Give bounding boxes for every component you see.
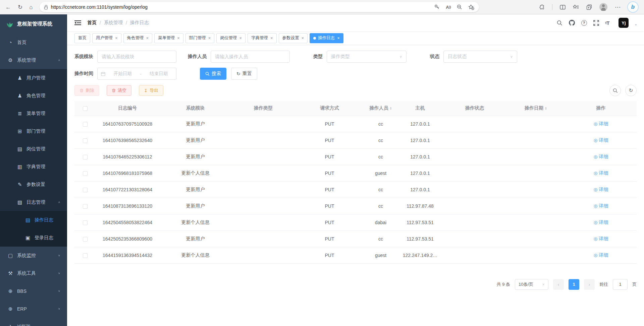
sidebar-item[interactable]: ▨ 日志管理 ∧ <box>0 193 67 211</box>
table-refresh-button[interactable]: ↻ <box>625 85 637 96</box>
page-number-button[interactable]: 1 <box>569 279 579 290</box>
sidebar-item[interactable]: ⊕ ERP ∨ <box>0 300 67 318</box>
sidebar-item[interactable]: ▢ 系统监控 ∨ <box>0 247 67 264</box>
favorites-bar-icon[interactable] <box>573 4 579 10</box>
status-select[interactable]: 日志状态 ∨ <box>443 51 517 63</box>
user-avatar[interactable]: Yj <box>619 18 629 28</box>
tab-close-icon[interactable]: × <box>270 36 273 40</box>
view-tab[interactable]: 菜单管理 × <box>154 33 183 43</box>
row-checkbox[interactable] <box>83 138 88 143</box>
tab-close-icon[interactable]: × <box>115 36 118 40</box>
col-date[interactable]: 操作日期 ▲▼ <box>506 101 565 116</box>
select-all-checkbox[interactable] <box>83 106 88 111</box>
font-size-icon[interactable]: tT <box>605 20 610 26</box>
view-tab[interactable]: 字典管理 × <box>248 33 277 43</box>
password-key-icon[interactable] <box>434 4 440 10</box>
sidebar-item[interactable]: ▤ 岗位管理 <box>0 140 67 158</box>
detail-link[interactable]: ◎ 详细 <box>594 219 608 225</box>
detail-link[interactable]: ◎ 详细 <box>594 236 608 242</box>
detail-link[interactable]: ◎ 详细 <box>594 170 608 176</box>
user-dropdown-caret-icon[interactable]: ▾ <box>635 23 637 26</box>
operator-input[interactable] <box>211 51 290 63</box>
detail-link[interactable]: ◎ 详细 <box>594 137 608 143</box>
sort-icon[interactable]: ▲▼ <box>545 107 547 110</box>
favorite-add-icon[interactable] <box>468 4 474 10</box>
export-button[interactable]: ↧ 导出 <box>139 85 163 96</box>
breadcrumb-system[interactable]: 系统管理 <box>104 20 123 26</box>
read-aloud-icon[interactable]: A <box>446 5 450 10</box>
collections-icon[interactable] <box>586 4 592 10</box>
view-tab[interactable]: 部门管理 × <box>185 33 215 43</box>
breadcrumb-home[interactable]: 首页 <box>87 20 97 26</box>
sidebar-item[interactable]: ⊞ 部门管理 <box>0 122 67 140</box>
detail-link[interactable]: ◎ 详细 <box>594 203 608 209</box>
row-checkbox[interactable] <box>83 155 88 159</box>
row-checkbox[interactable] <box>83 220 88 225</box>
sidebar-item[interactable]: ▥ 字典管理 <box>0 158 67 176</box>
view-tab[interactable]: 参数设置 × <box>279 33 308 43</box>
row-checkbox[interactable] <box>83 122 88 127</box>
tab-close-icon[interactable]: × <box>337 36 340 40</box>
view-tab[interactable]: 用户管理 × <box>92 33 121 43</box>
module-input[interactable] <box>97 51 176 63</box>
sidebar-item[interactable]: ✎ 参数设置 <box>0 176 67 193</box>
type-select[interactable]: 操作类型 ∨ <box>327 51 407 63</box>
delete-button[interactable]: 删除 <box>74 85 99 96</box>
browser-more-icon[interactable]: ⋯ <box>615 4 621 10</box>
view-tab[interactable]: 操作日志 × <box>310 33 343 43</box>
col-operator[interactable]: 操作人员 ▲▼ <box>364 101 397 116</box>
row-checkbox[interactable] <box>83 188 88 192</box>
view-tab[interactable]: 首页 × <box>74 33 90 43</box>
clear-button[interactable]: 清空 <box>107 85 131 96</box>
date-range-picker[interactable]: 开始日期 - 结束日期 <box>97 68 176 80</box>
sidebar-item[interactable]: ≣ 菜单管理 <box>0 105 67 122</box>
detail-link[interactable]: ◎ 详细 <box>594 187 608 193</box>
tab-close-icon[interactable]: × <box>239 36 242 40</box>
tab-close-icon[interactable]: × <box>177 36 180 40</box>
home-icon[interactable]: ⌂ <box>29 4 33 10</box>
refresh-icon[interactable]: ↻ <box>18 4 22 10</box>
bing-chat-icon[interactable]: b <box>628 2 638 12</box>
detail-link[interactable]: ◎ 详细 <box>594 154 608 160</box>
sort-icon[interactable]: ▲▼ <box>390 107 392 110</box>
row-checkbox[interactable] <box>83 204 88 209</box>
sidebar-item[interactable]: ✈ Yi框架 <box>0 318 67 326</box>
detail-link[interactable]: ◎ 详细 <box>594 121 608 127</box>
sidebar-item[interactable]: ▤ 操作日志 <box>0 211 67 229</box>
tab-close-icon[interactable]: × <box>302 36 304 40</box>
zoom-out-icon[interactable] <box>457 4 462 10</box>
goto-page-input[interactable] <box>613 279 628 290</box>
browser-profile-avatar[interactable] <box>599 3 607 11</box>
sidebar-item[interactable]: ▣ 登录日志 <box>0 229 67 247</box>
back-icon[interactable]: ← <box>5 4 11 10</box>
row-checkbox[interactable] <box>83 237 88 242</box>
search-button[interactable]: 搜索 <box>200 68 226 80</box>
url-bar[interactable]: https://ccnetcore.com:1101/system/log/op… <box>40 2 479 12</box>
prev-page-button[interactable]: ‹ <box>553 279 564 290</box>
help-icon[interactable]: ? <box>581 20 587 26</box>
url-text[interactable]: https://ccnetcore.com:1101/system/log/op… <box>51 4 148 10</box>
tab-close-icon[interactable]: × <box>146 36 149 40</box>
tab-close-icon[interactable]: × <box>208 36 211 40</box>
fullscreen-icon[interactable] <box>593 20 599 26</box>
sidebar-item[interactable]: ⚒ 系统工具 ∨ <box>0 264 67 282</box>
header-search-icon[interactable] <box>557 20 562 26</box>
reset-button[interactable]: ↻ 重置 <box>231 68 257 80</box>
collapse-menu-icon[interactable] <box>74 20 81 25</box>
next-page-button[interactable]: › <box>584 279 595 290</box>
page-size-select[interactable]: 10条/页 ∨ <box>515 279 548 290</box>
github-icon[interactable] <box>569 20 575 26</box>
row-checkbox[interactable] <box>83 253 88 258</box>
row-checkbox[interactable] <box>83 171 88 176</box>
sidebar-item[interactable]: ⚙ 系统管理 ∧ <box>0 51 67 69</box>
split-screen-icon[interactable] <box>560 5 566 10</box>
extensions-icon[interactable] <box>539 4 545 10</box>
sidebar-item[interactable]: ♟ 角色管理 <box>0 87 67 105</box>
sidebar-item[interactable]: ⊕ BBS ∨ <box>0 282 67 300</box>
sidebar-item[interactable]: ♟ 用户管理 <box>0 69 67 87</box>
view-tab[interactable]: 角色管理 × <box>123 33 153 43</box>
view-tab[interactable]: 岗位管理 × <box>216 33 246 43</box>
table-search-toggle-button[interactable] <box>609 85 621 96</box>
sidebar-item[interactable]: ◔ 首页 <box>0 34 67 51</box>
detail-link[interactable]: ◎ 详细 <box>594 252 608 258</box>
